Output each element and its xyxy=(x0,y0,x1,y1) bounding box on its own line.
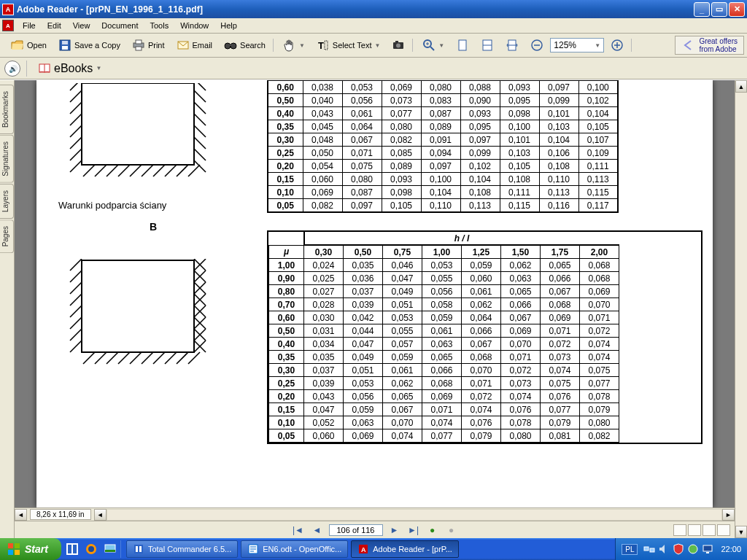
table-cell: 0,074 xyxy=(580,351,619,364)
read-aloud-button[interactable]: 🔊 xyxy=(4,61,20,77)
side-tab-signatures[interactable]: Signatures xyxy=(0,135,14,183)
vscroll-track[interactable] xyxy=(735,93,747,526)
side-tab-layers[interactable]: Layers xyxy=(0,184,14,219)
zoom-level-input[interactable]: 125%▼ xyxy=(550,38,604,52)
tray-volume-icon[interactable] xyxy=(658,543,670,555)
start-button[interactable]: Start xyxy=(0,538,61,560)
pdf-page: Warunki podparcia ściany B xyxy=(36,80,713,508)
close-button[interactable]: ✕ xyxy=(729,2,745,17)
taskbar-item[interactable]: EN6.odt - OpenOffic... xyxy=(241,540,348,558)
svg-line-47 xyxy=(107,165,118,176)
svg-rect-2 xyxy=(62,46,68,50)
windows-taskbar: Start Total Commander 6.5...EN6.odt - Op… xyxy=(0,538,747,560)
prev-view-button[interactable]: ● xyxy=(425,524,440,537)
zoom-in-button[interactable] xyxy=(605,36,629,54)
row-header: 0,90 xyxy=(269,272,304,285)
zoom-out-button[interactable] xyxy=(525,36,549,54)
ebooks-icon xyxy=(38,62,51,75)
scroll-up-button[interactable]: ▲ xyxy=(735,80,747,93)
email-button[interactable]: Email xyxy=(171,36,218,54)
next-view-button[interactable]: ● xyxy=(444,524,459,537)
hand-icon xyxy=(283,39,296,52)
table-cell: 0,083 xyxy=(421,94,460,107)
prev-page-button[interactable]: ◄ xyxy=(310,524,325,537)
quicklaunch-desktop[interactable] xyxy=(102,541,118,557)
table-cell: 0,080 xyxy=(580,416,619,429)
print-button[interactable]: Print xyxy=(127,36,170,54)
tray-clock[interactable]: 22:00 xyxy=(721,545,741,553)
side-tab-bookmarks[interactable]: Bookmarks xyxy=(0,85,14,134)
table-cell: 0,040 xyxy=(303,94,342,107)
table-cell: 0,057 xyxy=(383,338,422,351)
zoom-in-tool-button[interactable]: ▼ xyxy=(417,36,449,54)
hscroll-left2-button[interactable]: ◄ xyxy=(94,509,107,521)
scroll-down-button[interactable]: ▼ xyxy=(735,526,747,538)
table-cell: 0,079 xyxy=(462,429,501,443)
menu-tools[interactable]: Tools xyxy=(144,19,175,32)
vertical-scrollbar[interactable]: ▲ ▼ xyxy=(735,80,747,538)
continuous-facing-view-button[interactable] xyxy=(717,524,730,536)
row-header: 0,20 xyxy=(268,160,303,173)
diagram-a xyxy=(69,83,207,181)
table-cell: 0,067 xyxy=(383,403,422,416)
maximize-button[interactable]: ▭ xyxy=(711,2,727,17)
select-text-button[interactable]: T Select Text ▼ xyxy=(311,36,386,54)
row-header: 0,05 xyxy=(268,199,303,213)
single-page-view-button[interactable] xyxy=(673,524,686,536)
document-viewport[interactable]: Warunki podparcia ściany B xyxy=(15,80,735,508)
table-cell: 0,079 xyxy=(580,403,619,416)
table-cell: 0,098 xyxy=(382,186,421,199)
menu-file[interactable]: File xyxy=(17,19,42,32)
table-cell: 0,067 xyxy=(342,133,382,147)
open-button[interactable]: Open xyxy=(6,36,52,54)
table-cell: 0,036 xyxy=(344,272,383,285)
save-copy-button[interactable]: Save a Copy xyxy=(53,36,125,54)
last-page-button[interactable]: ►| xyxy=(406,524,421,537)
adobe-ad-button[interactable]: Great offersfrom Adobe xyxy=(675,36,744,55)
minimize-button[interactable]: _ xyxy=(694,2,710,17)
table-cell: 0,045 xyxy=(303,120,342,133)
hscroll-right-button[interactable]: ► xyxy=(722,509,735,521)
search-button[interactable]: Search xyxy=(219,36,271,54)
hscroll-left-button[interactable]: ◄ xyxy=(15,509,27,521)
menu-edit[interactable]: Edit xyxy=(42,19,67,32)
tray-shield-icon[interactable] xyxy=(673,543,684,555)
menu-view[interactable]: View xyxy=(67,19,96,32)
taskbar-item[interactable]: Total Commander 6.5... xyxy=(126,540,238,558)
svg-line-85 xyxy=(142,352,153,364)
hand-tool-button[interactable]: ▼ xyxy=(278,36,310,54)
table-cell: 0,034 xyxy=(304,338,344,351)
menu-window[interactable]: Window xyxy=(174,19,214,32)
table-cell: 0,069 xyxy=(422,390,462,403)
table-cell: 0,069 xyxy=(541,311,580,324)
table-cell: 0,044 xyxy=(344,324,383,338)
tray-app-icon[interactable] xyxy=(687,543,699,555)
tray-display-icon[interactable] xyxy=(702,543,713,555)
fit-page-button[interactable] xyxy=(476,36,499,54)
continuous-view-button[interactable] xyxy=(688,524,701,536)
hscroll-track[interactable] xyxy=(107,509,722,521)
taskbar-item[interactable]: AAdobe Reader - [prP... xyxy=(351,540,459,558)
first-page-button[interactable]: |◄ xyxy=(291,524,306,537)
fit-actual-button[interactable] xyxy=(451,36,474,54)
fit-width-button[interactable] xyxy=(500,36,524,54)
side-tab-pages[interactable]: Pages xyxy=(0,219,14,253)
table-cell: 0,080 xyxy=(342,173,382,186)
page-indicator[interactable]: 106 of 116 xyxy=(329,524,383,536)
main-toolbar: Open Save a Copy Print Email Search ▼ T … xyxy=(0,34,747,58)
menu-help[interactable]: Help xyxy=(214,19,243,32)
ebooks-button[interactable]: eBooks ▼ xyxy=(33,60,107,77)
table-cell: 0,067 xyxy=(541,285,580,298)
quicklaunch-firefox[interactable] xyxy=(83,541,99,557)
table-cell: 0,047 xyxy=(344,338,383,351)
table-cell: 0,055 xyxy=(422,272,462,285)
table-row: 1,000,0240,0350,0460,0530,0590,0620,0650… xyxy=(269,259,619,272)
tray-network-icon[interactable] xyxy=(643,543,655,555)
quicklaunch-tc[interactable] xyxy=(64,541,80,557)
facing-view-button[interactable] xyxy=(703,524,716,536)
menu-document[interactable]: Document xyxy=(96,19,144,32)
next-page-button[interactable]: ► xyxy=(387,524,402,537)
table-cell: 0,094 xyxy=(421,147,460,160)
language-indicator[interactable]: PL xyxy=(622,544,638,555)
snapshot-tool-button[interactable] xyxy=(387,36,410,54)
